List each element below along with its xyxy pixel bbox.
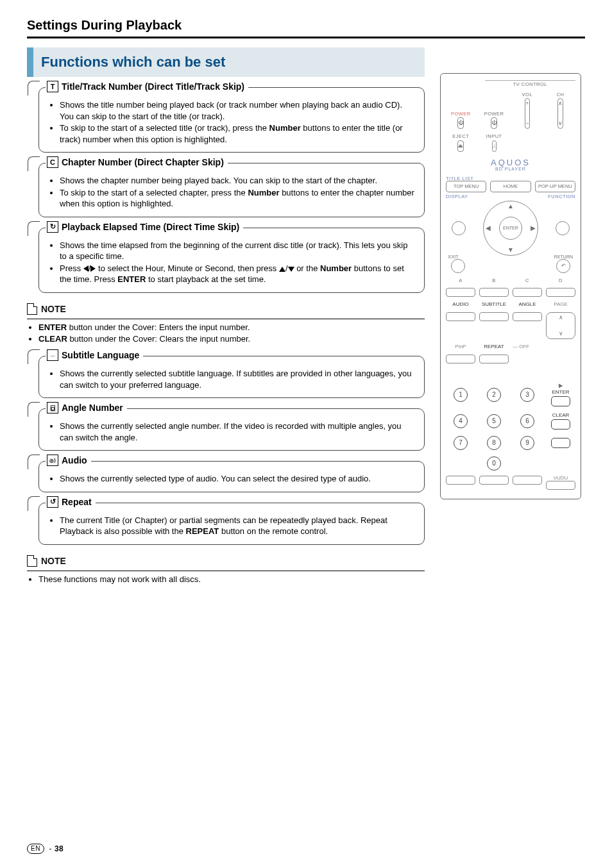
pinp-button[interactable] — [446, 355, 475, 363]
remote-diagram: TV CONTROL POWER ⏻ POWER ⏻ VOL +− — [440, 73, 581, 499]
key-6[interactable]: 6 — [520, 414, 534, 428]
vudu-label: VUDU — [554, 475, 568, 481]
note-bullets: These functions may not work with all di… — [27, 574, 425, 585]
angle-button[interactable] — [513, 312, 542, 321]
note-label: NOTE — [41, 304, 66, 314]
func-repeat: ↺ Repeat The current Title (or Chapter) … — [38, 503, 425, 545]
angle-icon: ⌼ — [47, 402, 58, 413]
transport-3[interactable] — [513, 476, 542, 485]
color-a-button[interactable] — [446, 288, 475, 297]
note-block-1: NOTE ENTER button under the Cover: Enter… — [27, 303, 425, 344]
func-angle: ⌼ Angle Number Shows the currently selec… — [38, 408, 425, 451]
note-bullets: ENTER button under the Cover: Enters the… — [27, 322, 425, 344]
note-doc-icon — [27, 303, 37, 315]
dpad-down-icon[interactable]: ▼ — [507, 247, 514, 253]
vol-label: VOL — [522, 92, 533, 97]
blank-wide-button[interactable] — [551, 438, 570, 448]
lang-badge: EN — [27, 844, 44, 854]
dpad-up-icon[interactable]: ▲ — [507, 203, 514, 210]
eject-button[interactable]: ⏏ — [457, 140, 464, 152]
enter-button[interactable]: ENTER — [499, 217, 522, 240]
function-button[interactable] — [556, 221, 570, 235]
function-label: FUNCTION — [548, 194, 575, 199]
display-button[interactable] — [452, 221, 466, 235]
section-title-bar: Functions which can be set — [27, 47, 425, 77]
func-audio: ◎⟩ Audio Shows the currently selected ty… — [38, 461, 425, 492]
func-bullets: Shows the currently selected subtitle la… — [48, 368, 415, 390]
key-1[interactable]: 1 — [454, 388, 468, 402]
exit-button[interactable] — [451, 259, 465, 273]
ch-rocker[interactable]: ∧∨ — [557, 98, 563, 129]
func-bullets: Shows the currently selected type of aud… — [48, 473, 415, 485]
vol-rocker[interactable]: +− — [525, 98, 529, 129]
enter-wide-button[interactable] — [551, 396, 570, 406]
func-heading: Title/Track Number (Direct Title/Track S… — [62, 81, 244, 92]
audio-icon: ◎⟩ — [47, 455, 58, 466]
key-4[interactable]: 4 — [454, 414, 468, 428]
key-2[interactable]: 2 — [487, 388, 501, 402]
func-heading: Playback Elapsed Time (Direct Time Skip) — [62, 222, 239, 232]
color-b-button[interactable] — [479, 288, 509, 297]
color-d-button[interactable] — [546, 288, 575, 297]
top-menu-button[interactable]: TOP MENU — [446, 181, 486, 192]
home-button[interactable]: HOME — [490, 181, 531, 192]
subtitle-button[interactable] — [479, 312, 509, 321]
subtitle-icon: .... — [47, 349, 58, 361]
dpad-left-icon[interactable]: ◀ — [486, 225, 491, 231]
brand-sub: BD PLAYER — [446, 167, 575, 171]
func-bullets: Shows the chapter number being played ba… — [48, 175, 415, 210]
eject-label: EJECT — [452, 134, 469, 139]
dpad-right-icon[interactable]: ▶ — [531, 225, 536, 231]
abcd-c: C — [513, 278, 542, 283]
power-left-button[interactable]: ⏻ — [457, 117, 464, 129]
func-bullets: Shows the title number being played back… — [48, 99, 415, 145]
repeat-button[interactable] — [479, 355, 509, 363]
page-rocker[interactable]: ∧∨ — [546, 312, 575, 339]
note-doc-icon — [27, 555, 37, 567]
color-c-button[interactable] — [513, 288, 542, 297]
abcd-b: B — [479, 278, 509, 283]
brand-name: AQUOS — [446, 158, 575, 167]
power-label: POWER — [484, 112, 504, 117]
abcd-a: A — [446, 278, 475, 283]
key-8[interactable]: 8 — [487, 436, 501, 450]
vudu-button[interactable] — [546, 481, 575, 490]
func-bullets: The current Title (or Chapter) or partia… — [48, 515, 415, 537]
input-button[interactable]: ⟂ — [492, 140, 497, 152]
title-list-label: TITLE LIST — [446, 176, 575, 181]
brand-block: AQUOS BD PLAYER — [446, 158, 575, 171]
return-label: RETURN — [554, 255, 573, 259]
transport-2[interactable] — [479, 476, 509, 485]
note-label: NOTE — [41, 556, 66, 566]
key-0[interactable]: 0 — [487, 456, 501, 471]
popup-menu-button[interactable]: POP-UP MENU — [535, 181, 575, 192]
title-track-icon: T — [47, 81, 58, 92]
page-footer: EN - 38 — [27, 844, 64, 854]
key-7[interactable]: 7 — [454, 436, 468, 450]
func-elapsed: ↻ Playback Elapsed Time (Direct Time Ski… — [38, 228, 425, 293]
return-button[interactable]: ↶ — [556, 259, 570, 273]
audio-button[interactable] — [446, 312, 475, 321]
d-pad[interactable]: ▲ ▼ ◀ ▶ ENTER — [473, 199, 549, 257]
func-title-track: T Title/Track Number (Direct Title/Track… — [38, 87, 425, 153]
key-5[interactable]: 5 — [487, 414, 501, 428]
display-label: DISPLAY — [446, 194, 468, 199]
off-label: — OFF — [513, 344, 542, 349]
key-9[interactable]: 9 — [520, 436, 534, 450]
func-heading: Subtitle Language — [62, 350, 139, 360]
power-button[interactable]: ⏻ — [491, 117, 497, 129]
key-3[interactable]: 3 — [520, 388, 534, 402]
repeat-icon: ↺ — [47, 496, 58, 508]
page-heading: Settings During Playback — [27, 18, 585, 33]
tv-control-label: TV CONTROL — [485, 80, 575, 87]
subtitle-label: SUBTITLE — [479, 302, 509, 307]
clear-label: CLEAR — [552, 413, 570, 418]
exit-label: EXIT — [448, 255, 459, 259]
heading-rule — [27, 37, 585, 38]
func-heading: Chapter Number (Direct Chapter Skip) — [62, 157, 224, 167]
transport-1[interactable] — [446, 476, 475, 485]
func-subtitle: .... Subtitle Language Shows the current… — [38, 356, 425, 398]
clear-button[interactable] — [551, 419, 570, 430]
page-number: 38 — [55, 844, 64, 853]
input-label: INPUT — [486, 134, 502, 139]
